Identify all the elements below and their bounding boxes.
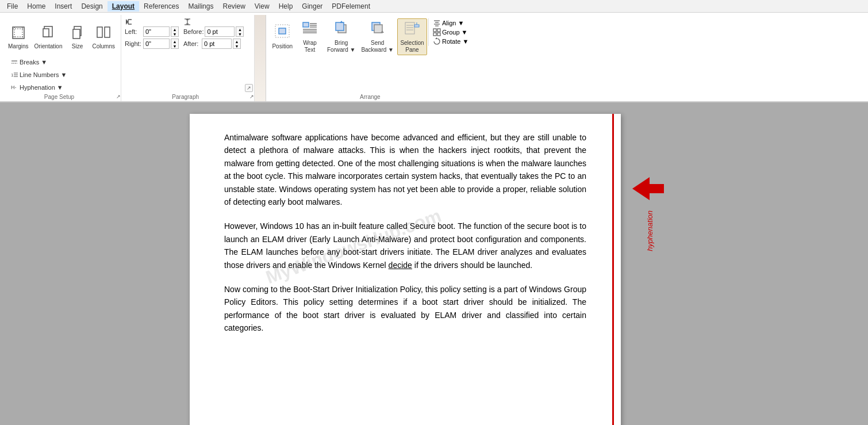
breaks-label: Breaks ▼ bbox=[20, 59, 47, 66]
sidebar-left bbox=[0, 102, 190, 425]
red-border-right bbox=[612, 114, 614, 425]
annotation-arrow bbox=[629, 171, 670, 206]
selection-pane-button[interactable]: SelectionPane bbox=[397, 18, 427, 55]
hyphenation-label: Hyphenation ▼ bbox=[20, 84, 63, 91]
decide-link[interactable]: decide bbox=[389, 261, 412, 270]
position-label: Position bbox=[272, 43, 293, 50]
align-button[interactable]: Align ▼ bbox=[431, 18, 470, 28]
svg-rect-8 bbox=[73, 29, 80, 39]
page-area: MyWindowsHub.com Antimalware software ap… bbox=[0, 102, 868, 425]
spacing-before-spinner[interactable]: ▲ ▼ bbox=[236, 26, 244, 37]
margins-button[interactable]: Margins bbox=[6, 18, 31, 55]
paragraph-title: Paragraph ↗ bbox=[121, 94, 254, 100]
page-setup-title: Page Setup ↗ bbox=[2, 94, 121, 100]
wrap-text-button[interactable]: WrapText bbox=[296, 18, 324, 55]
rotate-button[interactable]: Rotate ▼ bbox=[431, 37, 470, 46]
indent-right-input[interactable] bbox=[143, 39, 170, 49]
spacing-after-spinner[interactable]: ▲ ▼ bbox=[233, 39, 241, 49]
menu-insert[interactable]: Insert bbox=[50, 1, 76, 12]
svg-rect-9 bbox=[97, 27, 102, 37]
arrange-group: Position W bbox=[266, 15, 474, 101]
svg-rect-46 bbox=[414, 25, 419, 27]
menu-help[interactable]: Help bbox=[274, 1, 298, 12]
svg-rect-10 bbox=[105, 27, 110, 37]
spacing-before-input[interactable] bbox=[205, 26, 235, 37]
paragraph-dialog-launcher[interactable]: ↗ bbox=[245, 84, 253, 92]
paragraph-corner[interactable]: ↗ bbox=[249, 94, 254, 99]
group-label: Group ▼ bbox=[442, 29, 468, 36]
breaks-button[interactable]: Breaks ▼ bbox=[8, 56, 49, 68]
selection-pane-label: SelectionPane bbox=[400, 40, 424, 53]
svg-marker-56 bbox=[435, 37, 437, 39]
menu-design[interactable]: Design bbox=[76, 1, 107, 12]
paragraph-3: Now coming to the Boot-Start Driver Init… bbox=[224, 283, 586, 335]
annotation-text: hyphenation bbox=[646, 210, 654, 251]
indent-left-spinner[interactable]: ▲ ▼ bbox=[171, 26, 179, 37]
svg-marker-38 bbox=[340, 21, 343, 23]
svg-rect-29 bbox=[303, 22, 309, 27]
indent-right-spinner[interactable]: ▲ ▼ bbox=[171, 39, 179, 49]
svg-rect-40 bbox=[374, 25, 382, 33]
svg-rect-42 bbox=[405, 22, 414, 34]
indent-left-input[interactable]: 0" bbox=[143, 26, 170, 37]
align-group-right: Align ▼ Group ▼ bbox=[428, 18, 470, 46]
menu-view[interactable]: View bbox=[250, 1, 274, 12]
red-border-top-line bbox=[612, 114, 614, 425]
send-backward-label: SendBackward ▼ bbox=[361, 40, 394, 53]
svg-rect-58 bbox=[650, 184, 664, 193]
menu-home[interactable]: Home bbox=[22, 1, 50, 12]
menu-file[interactable]: File bbox=[2, 1, 22, 12]
menu-references[interactable]: References bbox=[139, 1, 183, 12]
page-setup-corner[interactable]: ↗ bbox=[116, 94, 121, 99]
group-button[interactable]: Group ▼ bbox=[431, 28, 470, 37]
svg-rect-37 bbox=[336, 22, 344, 30]
rotate-label: Rotate ▼ bbox=[442, 38, 468, 45]
ribbon: Margins Orientation bbox=[0, 13, 868, 102]
spacing-after-input[interactable] bbox=[202, 39, 232, 49]
svg-marker-57 bbox=[632, 177, 650, 200]
spacing-before-label: Before: bbox=[183, 28, 203, 35]
indent-controls: Left: 0" ▲ ▼ Right: ▲ ▼ bbox=[125, 18, 179, 49]
svg-rect-54 bbox=[433, 33, 436, 36]
menu-bar: File Home Insert Design Layout Reference… bbox=[0, 0, 868, 13]
line-numbers-button[interactable]: 1 Line Numbers ▼ bbox=[8, 69, 69, 81]
align-label: Align ▼ bbox=[442, 20, 464, 26]
svg-rect-6 bbox=[43, 29, 49, 37]
wrap-text-label: WrapText bbox=[303, 40, 317, 53]
columns-label: Columns bbox=[93, 43, 115, 50]
document-page: MyWindowsHub.com Antimalware software ap… bbox=[190, 114, 621, 425]
spacing-after-label: After: bbox=[183, 40, 201, 47]
send-backward-button[interactable]: SendBackward ▼ bbox=[359, 18, 396, 55]
size-button[interactable]: Size bbox=[66, 18, 89, 55]
position-button[interactable]: Position bbox=[270, 18, 295, 55]
menu-review[interactable]: Review bbox=[218, 1, 249, 12]
page-setup-group: Margins Orientation bbox=[2, 15, 121, 101]
bring-forward-label: BringForward ▼ bbox=[327, 40, 355, 53]
paragraph-1: Antimalware software applications have b… bbox=[224, 131, 586, 208]
orientation-button[interactable]: Orientation bbox=[32, 18, 65, 55]
svg-text:H-: H- bbox=[11, 85, 17, 90]
right-annotation-area: hyphenation bbox=[621, 102, 678, 425]
margins-label: Margins bbox=[8, 43, 29, 50]
indent-right-label: Right: bbox=[125, 40, 142, 47]
svg-rect-28 bbox=[279, 28, 286, 34]
line-numbers-label: Line Numbers ▼ bbox=[20, 71, 67, 78]
svg-text:1: 1 bbox=[11, 72, 14, 78]
paragraph-2: However, Windows 10 has an in-built feat… bbox=[224, 220, 586, 271]
arrange-title: Arrange bbox=[266, 94, 474, 100]
bring-forward-button[interactable]: BringForward ▼ bbox=[325, 18, 358, 55]
orientation-label: Orientation bbox=[34, 43, 63, 50]
svg-rect-52 bbox=[433, 29, 436, 32]
menu-layout[interactable]: Layout bbox=[107, 1, 139, 12]
columns-button[interactable]: Columns bbox=[90, 18, 117, 55]
hyphenation-button[interactable]: H- Hyphenation ▼ bbox=[8, 82, 66, 93]
svg-rect-55 bbox=[437, 33, 440, 36]
spacing-controls: Before: ▲ ▼ After: ▲ ▼ bbox=[183, 18, 244, 49]
svg-rect-53 bbox=[437, 29, 440, 32]
menu-ginger[interactable]: Ginger bbox=[297, 1, 327, 12]
indent-left-label: Left: bbox=[125, 28, 142, 35]
menu-pdfelement[interactable]: PDFelement bbox=[327, 1, 375, 12]
menu-mailings[interactable]: Mailings bbox=[183, 1, 218, 12]
paragraph-group: Left: 0" ▲ ▼ Right: ▲ ▼ bbox=[121, 15, 255, 101]
size-label: Size bbox=[72, 43, 83, 50]
